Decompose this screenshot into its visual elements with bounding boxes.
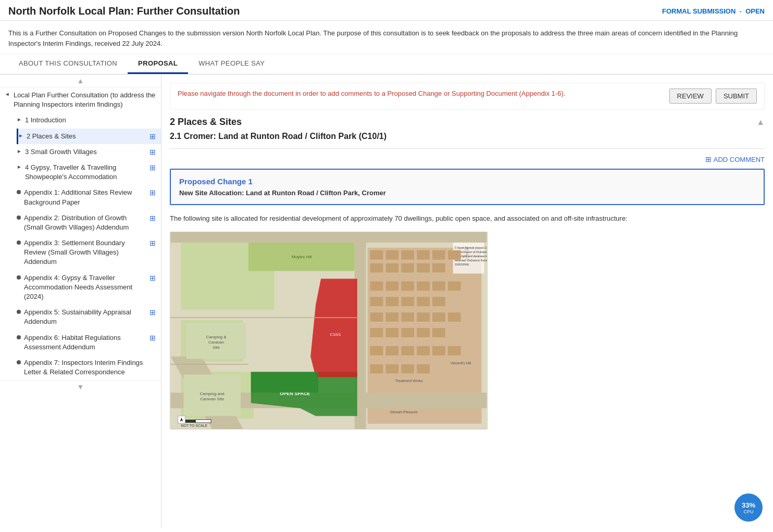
body-text: The following site is allocated for resi… bbox=[170, 213, 765, 224]
svg-text:C10/1: C10/1 bbox=[330, 332, 341, 337]
svg-rect-47 bbox=[385, 263, 398, 272]
svg-text:Site: Site bbox=[213, 345, 220, 350]
svg-rect-80 bbox=[385, 364, 398, 373]
bullet-appendix6 bbox=[17, 335, 21, 339]
svg-rect-78 bbox=[448, 346, 461, 356]
svg-rect-59 bbox=[401, 297, 414, 306]
svg-marker-21 bbox=[251, 372, 318, 392]
svg-rect-73 bbox=[370, 346, 383, 356]
map-svg: Camping & Caravan Site Camping and Carav… bbox=[170, 232, 487, 429]
comment-icon-small-growth[interactable]: ⊞ bbox=[149, 148, 156, 156]
sidebar-scroll-up[interactable]: ▲ bbox=[0, 74, 161, 87]
section-subheading: 2.1 Cromer: Land at Runton Road / Clifto… bbox=[170, 132, 765, 141]
proposed-change-label: Proposed Change 1 bbox=[179, 177, 755, 186]
sidebar-label-appendix5: Appendix 5: Sustainability Appraisal Add… bbox=[24, 308, 146, 326]
svg-rect-45 bbox=[448, 250, 461, 260]
expand-icon: ▼ bbox=[5, 92, 10, 97]
sidebar-label-appendix7: Appendix 7: Inspectors Interim Findings … bbox=[24, 358, 156, 377]
cpu-label: CPU bbox=[743, 509, 753, 514]
svg-rect-49 bbox=[417, 263, 430, 272]
review-button[interactable]: REVIEW bbox=[669, 88, 712, 104]
svg-rect-74 bbox=[385, 346, 398, 356]
svg-rect-40 bbox=[370, 250, 383, 260]
sidebar-scroll-down[interactable]: ▼ bbox=[0, 380, 161, 393]
svg-rect-67 bbox=[448, 312, 461, 322]
svg-rect-71 bbox=[417, 328, 430, 337]
intro-text: This is a Further Consultation on Propos… bbox=[0, 21, 773, 54]
notice-text: Please navigate through the document in … bbox=[178, 88, 661, 99]
sidebar-item-local-plan[interactable]: ▼ Local Plan Further Consultation (to ad… bbox=[0, 87, 161, 112]
status-formal: FORMAL SUBMISSION bbox=[662, 7, 735, 15]
svg-rect-48 bbox=[401, 263, 414, 272]
svg-rect-46 bbox=[370, 263, 383, 272]
sidebar-label-small-growth: 3 Small Growth Villages bbox=[25, 147, 146, 157]
svg-rect-72 bbox=[432, 328, 445, 337]
svg-rect-61 bbox=[432, 297, 445, 306]
sidebar-item-appendix4[interactable]: Appendix 4: Gypsy & Traveller Accommodat… bbox=[17, 270, 161, 305]
svg-text:Vincent's Hill: Vincent's Hill bbox=[451, 361, 471, 364]
sidebar-item-introduction[interactable]: ► 1 Introduction bbox=[17, 112, 161, 128]
comment-icon-appendix2[interactable]: ⊞ bbox=[149, 214, 156, 222]
cpu-badge: 33% CPU bbox=[734, 493, 763, 522]
status-open: OPEN bbox=[745, 7, 765, 15]
comment-icon-appendix6[interactable]: ⊞ bbox=[149, 334, 156, 342]
tab-people[interactable]: WHAT PEOPLE SAY bbox=[188, 54, 275, 74]
tab-about[interactable]: ABOUT THIS CONSULTATION bbox=[8, 54, 128, 74]
bullet-appendix1 bbox=[17, 190, 21, 194]
content-area: Please navigate through the document in … bbox=[161, 74, 773, 528]
svg-text:Treatment Works: Treatment Works bbox=[395, 379, 423, 383]
collapse-icon[interactable]: ▲ bbox=[756, 118, 765, 127]
svg-rect-53 bbox=[401, 281, 414, 290]
svg-rect-77 bbox=[432, 346, 445, 356]
sidebar-item-appendix1[interactable]: Appendix 1: Additional Sites Review Back… bbox=[17, 185, 161, 210]
sidebar-item-appendix7[interactable]: Appendix 7: Inspectors Interim Findings … bbox=[17, 355, 161, 380]
sidebar-label-appendix6: Appendix 6: Habitat Regulations Assessme… bbox=[24, 333, 146, 352]
sidebar-label-places: 2 Places & Sites bbox=[27, 132, 146, 141]
svg-rect-55 bbox=[432, 281, 445, 290]
sidebar-item-appendix2[interactable]: Appendix 2: Distribution of Growth (Smal… bbox=[17, 210, 161, 235]
sidebar-item-places-sites[interactable]: ► 2 Places & Sites ⊞ bbox=[17, 129, 161, 144]
sidebar-label-appendix1: Appendix 1: Additional Sites Review Back… bbox=[24, 188, 146, 207]
svg-rect-36 bbox=[195, 420, 211, 423]
svg-rect-52 bbox=[385, 281, 398, 290]
add-comment-row: ⊞ ADD COMMENT bbox=[170, 155, 765, 163]
svg-rect-60 bbox=[417, 297, 430, 306]
svg-rect-8 bbox=[171, 232, 487, 243]
sidebar-label-appendix4: Appendix 4: Gypsy & Traveller Accommodat… bbox=[24, 273, 146, 302]
add-comment-icon: ⊞ bbox=[705, 155, 712, 163]
sidebar-item-appendix3[interactable]: Appendix 3: Settlement Boundary Review (… bbox=[17, 235, 161, 270]
svg-text:Camping &: Camping & bbox=[206, 335, 227, 339]
tab-bar: ABOUT THIS CONSULTATION PROPOSAL WHAT PE… bbox=[0, 54, 773, 74]
comment-icon-appendix3[interactable]: ⊞ bbox=[149, 239, 156, 247]
svg-rect-62 bbox=[370, 312, 383, 322]
sidebar-label-appendix2: Appendix 2: Distribution of Growth (Smal… bbox=[24, 213, 146, 232]
expand-icon-small-growth: ► bbox=[17, 148, 22, 154]
svg-text:Moyles Hill: Moyles Hill bbox=[292, 255, 312, 259]
comment-icon-appendix4[interactable]: ⊞ bbox=[149, 274, 156, 282]
svg-rect-58 bbox=[385, 297, 398, 306]
svg-rect-66 bbox=[432, 312, 445, 322]
sidebar-item-gypsy[interactable]: ► 4 Gypsy, Traveller & Travelling Showpe… bbox=[17, 160, 161, 185]
svg-rect-51 bbox=[370, 281, 383, 290]
divider bbox=[170, 148, 765, 149]
svg-rect-81 bbox=[401, 364, 414, 373]
svg-rect-50 bbox=[432, 263, 445, 272]
comment-icon-gypsy[interactable]: ⊞ bbox=[149, 163, 156, 172]
comment-icon-appendix5[interactable]: ⊞ bbox=[149, 308, 156, 316]
svg-rect-70 bbox=[401, 328, 414, 337]
svg-text:Stewart Pleasure: Stewart Pleasure bbox=[390, 410, 418, 414]
comment-icon-places[interactable]: ⊞ bbox=[149, 132, 156, 141]
comment-icon-appendix1[interactable]: ⊞ bbox=[149, 188, 156, 197]
sidebar-item-small-growth[interactable]: ► 3 Small Growth Villages ⊞ bbox=[17, 144, 161, 160]
add-comment-button[interactable]: ⊞ ADD COMMENT bbox=[705, 155, 765, 163]
svg-rect-43 bbox=[417, 250, 430, 260]
bullet-appendix7 bbox=[17, 360, 21, 364]
cpu-percent: 33% bbox=[742, 501, 755, 509]
submit-button[interactable]: SUBMIT bbox=[716, 88, 757, 104]
svg-text:Camping and: Camping and bbox=[200, 391, 225, 396]
tab-proposal[interactable]: PROPOSAL bbox=[128, 54, 188, 74]
svg-rect-75 bbox=[401, 346, 414, 356]
sidebar-item-appendix6[interactable]: Appendix 6: Habitat Regulations Assessme… bbox=[17, 330, 161, 355]
sidebar-item-appendix5[interactable]: Appendix 5: Sustainability Appraisal Add… bbox=[17, 305, 161, 330]
svg-rect-64 bbox=[401, 312, 414, 322]
